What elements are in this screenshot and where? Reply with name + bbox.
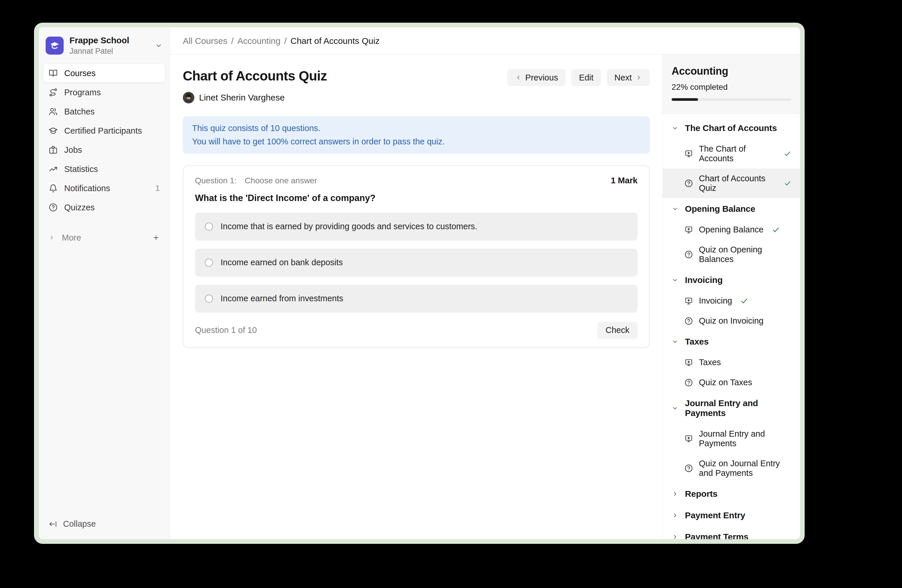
check-answer-button[interactable]: Check — [597, 322, 637, 339]
collapse-arrow-icon — [49, 520, 57, 529]
course-progress-label: 22% completed — [672, 83, 791, 92]
course-progress-bar — [672, 98, 791, 101]
sidebar-item-label: Batches — [64, 107, 95, 116]
outline-section-label: Payment Terms — [685, 532, 749, 539]
author-row: Linet Sherin Varghese — [183, 92, 650, 103]
notification-count-badge: 1 — [155, 184, 160, 193]
content-area: All Courses/Accounting/Chart of Accounts… — [170, 27, 800, 539]
edit-label: Edit — [579, 73, 594, 83]
outline-item-label: Chart of Accounts Quiz — [699, 174, 776, 193]
course-outline-header: Accounting 22% completed — [663, 55, 800, 114]
previous-label: Previous — [525, 73, 558, 83]
banner-line-1: This quiz consists of 10 questions. — [192, 122, 640, 135]
radio-button[interactable] — [205, 222, 213, 231]
previous-button[interactable]: Previous — [507, 69, 566, 86]
collapse-label: Collapse — [63, 519, 96, 529]
outline-item-chart-of-accounts-quiz[interactable]: Chart of Accounts Quiz — [663, 169, 800, 198]
check-icon — [784, 150, 791, 158]
monitor-play-icon — [684, 225, 693, 234]
course-outline-panel: Accounting 22% completed The Chart of Ac… — [662, 55, 800, 539]
check-icon — [784, 179, 791, 188]
outline-item-label: The Chart of Accounts — [699, 144, 775, 163]
sidebar-item-certified-participants[interactable]: Certified Participants — [43, 122, 165, 140]
left-sidebar: Frappe School Jannat Patel CoursesProgra… — [39, 27, 170, 539]
sidebar-item-notifications[interactable]: Notifications1 — [43, 179, 165, 197]
edit-button[interactable]: Edit — [571, 69, 601, 86]
breadcrumb-item-chart-of-accounts-quiz: Chart of Accounts Quiz — [291, 36, 380, 45]
outline-item-quiz-on-taxes[interactable]: Quiz on Taxes — [663, 372, 800, 393]
answer-option-label: Income earned on bank deposits — [221, 258, 343, 267]
chevron-down-icon — [672, 405, 678, 412]
outline-item-label: Quiz on Taxes — [699, 378, 752, 387]
answer-option-label: Income that is earned by providing goods… — [221, 222, 477, 231]
outline-section-label: Invoicing — [685, 275, 723, 285]
course-title: Accounting — [672, 65, 791, 77]
outline-section-journal-entry-and-payments[interactable]: Journal Entry and Payments — [663, 393, 800, 424]
outline-item-label: Opening Balance — [699, 225, 764, 235]
breadcrumb-item-all-courses[interactable]: All Courses — [183, 36, 227, 45]
sidebar-item-statistics[interactable]: Statistics — [43, 160, 165, 178]
help-circle-icon — [684, 317, 693, 325]
outline-item-label: Journal Entry and Payments — [699, 429, 791, 448]
app-title: Frappe School — [69, 36, 149, 45]
collapse-sidebar-button[interactable]: Collapse — [43, 511, 165, 539]
course-outline-list: The Chart of AccountsThe Chart of Accoun… — [663, 114, 800, 539]
outline-section-label: Payment Entry — [685, 510, 745, 520]
chevron-right-icon — [635, 74, 642, 81]
answer-option-3[interactable]: Income earned from investments — [195, 285, 637, 313]
radio-button[interactable] — [205, 295, 213, 303]
quiz-info-banner: This quiz consists of 10 questions. You … — [183, 116, 650, 154]
outline-section-payment-entry[interactable]: Payment Entry — [663, 505, 800, 526]
outline-item-journal-entry-and-payments[interactable]: Journal Entry and Payments — [663, 424, 800, 454]
plus-icon[interactable] — [152, 234, 160, 241]
chevron-right-icon — [672, 490, 678, 497]
outline-item-quiz-on-opening-balances[interactable]: Quiz on Opening Balances — [663, 240, 800, 269]
sidebar-item-quizzes[interactable]: Quizzes — [43, 198, 165, 217]
check-icon — [740, 297, 748, 305]
outline-section-label: Taxes — [685, 337, 709, 347]
help-circle-icon — [684, 378, 693, 387]
chevron-down-icon — [672, 277, 678, 283]
outline-section-label: Opening Balance — [685, 204, 755, 214]
workspace-switcher[interactable]: Frappe School Jannat Patel — [43, 27, 165, 63]
sidebar-item-jobs[interactable]: Jobs — [43, 141, 165, 159]
chevron-right-icon — [672, 533, 678, 539]
sidebar-item-programs[interactable]: Programs — [43, 83, 165, 102]
outline-item-taxes[interactable]: Taxes — [663, 352, 800, 372]
question-marks: 1 Mark — [611, 176, 637, 185]
breadcrumb-item-accounting[interactable]: Accounting — [237, 36, 280, 45]
sidebar-item-courses[interactable]: Courses — [43, 64, 165, 83]
sidebar-item-more[interactable]: More — [43, 229, 165, 246]
outline-section-the-chart-of-accounts[interactable]: The Chart of Accounts — [663, 117, 800, 139]
sidebar-item-label: Quizzes — [64, 203, 95, 213]
outline-item-the-chart-of-accounts[interactable]: The Chart of Accounts — [663, 139, 800, 169]
outline-item-label: Quiz on Journal Entry and Payments — [699, 459, 791, 478]
help-circle-icon — [684, 179, 693, 188]
briefcase-icon — [49, 145, 58, 155]
answer-option-2[interactable]: Income earned on bank deposits — [195, 249, 637, 277]
outline-item-quiz-on-invoicing[interactable]: Quiz on Invoicing — [663, 311, 800, 331]
outline-item-opening-balance[interactable]: Opening Balance — [663, 220, 800, 240]
radio-button[interactable] — [205, 258, 213, 267]
answer-option-label: Income earned from investments — [221, 294, 343, 303]
next-button[interactable]: Next — [607, 69, 650, 86]
outline-section-payment-terms[interactable]: Payment Terms — [663, 526, 800, 539]
author-avatar — [183, 92, 194, 103]
help-circle-icon — [684, 250, 693, 259]
question-text: What is the 'Direct Income' of a company… — [195, 193, 637, 203]
book-open-icon — [49, 69, 58, 78]
outline-section-taxes[interactable]: Taxes — [663, 331, 800, 352]
outline-section-opening-balance[interactable]: Opening Balance — [663, 198, 800, 220]
outline-item-quiz-on-journal-entry-and-payments[interactable]: Quiz on Journal Entry and Payments — [663, 454, 800, 483]
outline-section-invoicing[interactable]: Invoicing — [663, 269, 800, 291]
monitor-play-icon — [684, 297, 693, 305]
question-header: Question 1: Choose one answer 1 Mark — [195, 176, 637, 185]
chevron-down-icon[interactable] — [155, 42, 163, 50]
outline-section-reports[interactable]: Reports — [663, 483, 800, 505]
outline-item-label: Invoicing — [699, 296, 732, 306]
breadcrumb-separator: / — [284, 36, 287, 45]
outline-item-invoicing[interactable]: Invoicing — [663, 291, 800, 311]
sidebar-item-batches[interactable]: Batches — [43, 102, 165, 121]
answer-option-1[interactable]: Income that is earned by providing goods… — [195, 213, 637, 241]
outline-item-label: Quiz on Invoicing — [699, 316, 763, 326]
